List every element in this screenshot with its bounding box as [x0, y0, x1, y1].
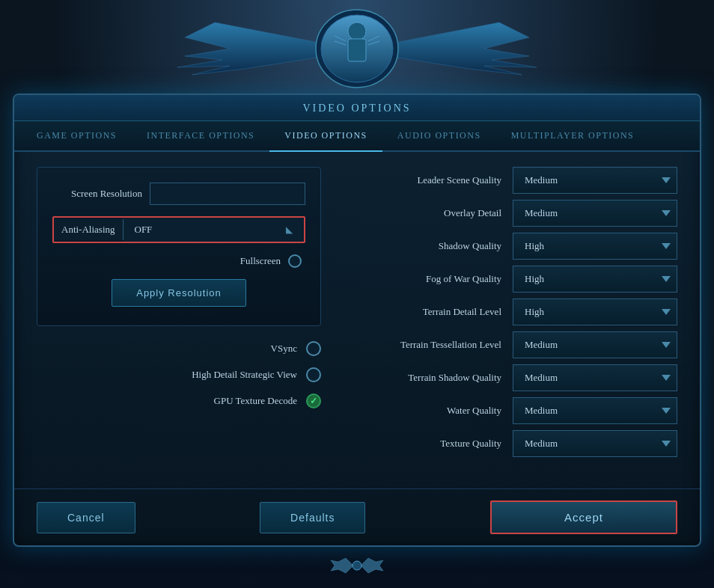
- tab-game-options[interactable]: GAME OPTIONS: [22, 121, 132, 150]
- svg-point-4: [353, 561, 361, 570]
- quality-row: Shadow QualityHigh: [351, 233, 677, 260]
- screen-resolution-row: Screen Resolution: [52, 183, 305, 205]
- gpu-texture-label: GPU Texture Decode: [214, 395, 297, 407]
- apply-resolution-button[interactable]: Apply Resolution: [112, 279, 246, 307]
- select-arrow-icon: [662, 177, 671, 183]
- select-arrow-icon: [662, 408, 671, 414]
- quality-select-5[interactable]: Medium: [513, 331, 677, 358]
- quality-row: Leader Scene QualityMedium: [351, 167, 677, 194]
- quality-label-7: Water Quality: [351, 405, 501, 417]
- screen-resolution-label: Screen Resolution: [52, 188, 142, 200]
- quality-select-8[interactable]: Medium: [513, 430, 677, 457]
- quality-row: Fog of War QualityHigh: [351, 266, 677, 293]
- tab-video-options[interactable]: VIDEO OPTIONS: [269, 121, 382, 152]
- right-panel: Leader Scene QualityMediumOverlay Detail…: [351, 167, 677, 474]
- quality-row: Terrain Detail LevelHigh: [351, 298, 677, 325]
- left-panel: Screen Resolution Anti-Aliasing OFF ◣ Fu…: [37, 167, 321, 474]
- quality-select-2[interactable]: High: [513, 233, 677, 260]
- tab-audio-options[interactable]: AUDIO OPTIONS: [382, 121, 496, 150]
- quality-row: Water QualityMedium: [351, 397, 677, 424]
- dialog-title-bar: VIDEO OPTIONS: [14, 95, 700, 121]
- quality-label-8: Texture Quality: [351, 438, 501, 450]
- select-arrow-icon: [662, 441, 671, 447]
- quality-label-6: Terrain Shadow Quality: [351, 372, 501, 384]
- quality-select-3[interactable]: High: [513, 266, 677, 293]
- dialog-title: VIDEO OPTIONS: [302, 102, 411, 114]
- vsync-row: VSync: [52, 341, 321, 356]
- quality-select-7[interactable]: Medium: [513, 397, 677, 424]
- gpu-texture-toggle[interactable]: [306, 393, 321, 408]
- high-detail-row: High Detail Strategic View: [52, 367, 321, 382]
- gpu-texture-row: GPU Texture Decode: [52, 393, 321, 408]
- resolution-settings-box: Screen Resolution Anti-Aliasing OFF ◣ Fu…: [37, 167, 321, 326]
- svg-rect-3: [348, 39, 366, 61]
- high-detail-toggle[interactable]: [306, 367, 321, 382]
- cancel-button[interactable]: Cancel: [37, 502, 135, 533]
- tab-multiplayer-options[interactable]: MULTIPLAYER OPTIONS: [496, 121, 650, 150]
- content-area: Screen Resolution Anti-Aliasing OFF ◣ Fu…: [14, 152, 700, 489]
- defaults-button[interactable]: Defaults: [260, 502, 365, 533]
- toggle-section: VSync High Detail Strategic View GPU Tex…: [37, 341, 321, 408]
- select-arrow-icon: [662, 276, 671, 282]
- select-arrow-icon: [662, 309, 671, 315]
- anti-aliasing-row: Anti-Aliasing OFF ◣: [52, 216, 305, 243]
- anti-aliasing-arrow-icon: ◣: [286, 224, 293, 236]
- bottom-bar: Cancel Defaults Accept: [14, 489, 700, 545]
- anti-aliasing-label: Anti-Aliasing: [54, 219, 123, 240]
- anti-aliasing-select[interactable]: OFF ◣: [123, 218, 305, 242]
- select-arrow-icon: [662, 210, 671, 216]
- select-arrow-icon: [662, 342, 671, 348]
- high-detail-label: High Detail Strategic View: [192, 369, 297, 381]
- tab-interface-options[interactable]: INTERFACE OPTIONS: [132, 121, 269, 150]
- accept-button[interactable]: Accept: [490, 500, 677, 534]
- quality-label-2: Shadow Quality: [351, 240, 501, 252]
- quality-select-6[interactable]: Medium: [513, 364, 677, 391]
- quality-label-0: Leader Scene Quality: [351, 174, 501, 186]
- quality-select-4[interactable]: High: [513, 298, 677, 325]
- top-emblem: [7, 7, 707, 97]
- quality-label-3: Fog of War Quality: [351, 273, 501, 285]
- fullscreen-radio[interactable]: [288, 254, 302, 268]
- fullscreen-row: Fullscreen: [52, 254, 305, 268]
- quality-row: Terrain Tessellation LevelMedium: [351, 331, 677, 358]
- quality-label-1: Overlay Detail: [351, 207, 501, 219]
- select-arrow-icon: [662, 243, 671, 249]
- quality-row: Texture QualityMedium: [351, 430, 677, 457]
- quality-select-1[interactable]: Medium: [513, 200, 677, 227]
- svg-point-2: [348, 22, 366, 40]
- quality-label-4: Terrain Detail Level: [351, 306, 501, 318]
- main-dialog: VIDEO OPTIONS GAME OPTIONS INTERFACE OPT…: [13, 94, 701, 547]
- screen-resolution-input[interactable]: [150, 183, 305, 205]
- bottom-emblem: [312, 551, 402, 581]
- select-arrow-icon: [662, 375, 671, 381]
- quality-select-0[interactable]: Medium: [513, 167, 677, 194]
- quality-row: Overlay DetailMedium: [351, 200, 677, 227]
- tab-navigation: GAME OPTIONS INTERFACE OPTIONS VIDEO OPT…: [14, 121, 700, 152]
- vsync-toggle[interactable]: [306, 341, 321, 356]
- quality-row: Terrain Shadow QualityMedium: [351, 364, 677, 391]
- fullscreen-label: Fullscreen: [240, 255, 281, 267]
- quality-label-5: Terrain Tessellation Level: [351, 339, 501, 351]
- vsync-label: VSync: [271, 343, 297, 355]
